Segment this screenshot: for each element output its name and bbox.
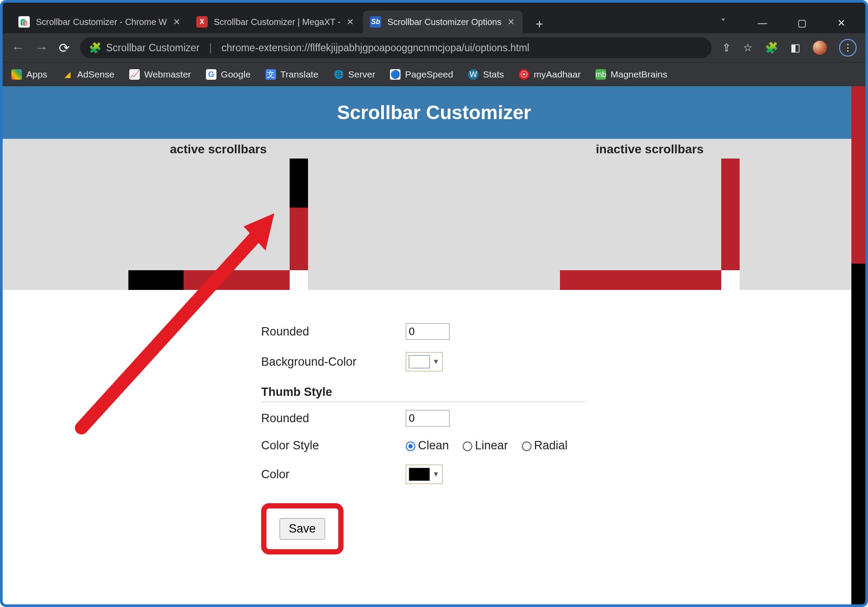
new-tab-button[interactable]: ＋	[530, 14, 549, 33]
horizontal-thumb[interactable]	[128, 270, 184, 290]
bookmark-myaadhaar[interactable]: ⦿myAadhaar	[519, 69, 581, 80]
page-content: Scrollbar Customizer active scrollbars i…	[3, 86, 865, 604]
webmaster-icon: 📈	[129, 69, 140, 80]
window-controls: ˅ ― ▢ ✕	[716, 18, 865, 33]
minimize-icon[interactable]: ―	[756, 18, 769, 29]
bookmark-stats[interactable]: WStats	[468, 69, 504, 80]
settings-form: Rounded Background-Color ▼ Thumb Style R…	[3, 290, 865, 581]
share-icon[interactable]: ⇪	[722, 42, 731, 54]
tab-3-title: Scrollbar Customizer Options	[387, 17, 501, 27]
bookmark-server[interactable]: 🌐Server	[333, 69, 376, 80]
sidepanel-icon[interactable]: ◧	[790, 42, 801, 54]
aadhaar-icon: ⦿	[519, 69, 529, 80]
background-color-picker[interactable]: ▼	[406, 352, 443, 371]
scroll-corner	[290, 270, 308, 290]
radio-clean[interactable]	[406, 441, 415, 451]
close-icon[interactable]: ✕	[507, 17, 515, 27]
background-color-label: Background-Color	[261, 355, 406, 369]
row-partial-top	[261, 294, 865, 317]
section-thumb-style: Thumb Style	[261, 378, 585, 402]
save-annotation-frame: Save	[261, 503, 344, 554]
horizontal-track	[560, 270, 721, 290]
bookmark-apps[interactable]: Apps	[11, 69, 47, 80]
apps-grid-icon	[11, 69, 22, 80]
save-button[interactable]: Save	[280, 518, 325, 540]
wordpress-icon: W	[468, 69, 478, 80]
url-text: chrome-extension://flffekjijpabhjgpoapoo…	[221, 42, 529, 54]
vertical-thumb[interactable]	[290, 159, 308, 208]
tab-1[interactable]: 🛍️ Scrollbar Customizer - Chrome W ✕	[11, 11, 188, 33]
reload-icon[interactable]: ⟳	[59, 40, 70, 56]
caret-down-icon: ▼	[432, 358, 439, 366]
color-style-label: Color Style	[261, 439, 406, 452]
tab-2-title: Scrollbar Customizer | MegaXT -	[214, 17, 340, 27]
rounded-track-label: Rounded	[261, 325, 406, 339]
chevron-down-icon[interactable]: ˅	[716, 18, 730, 29]
tab-2[interactable]: X Scrollbar Customizer | MegaXT - ✕	[189, 11, 362, 33]
bookmark-translate[interactable]: 文Translate	[266, 69, 319, 80]
forward-icon[interactable]: →	[35, 40, 48, 55]
page-scroll-thumb[interactable]	[851, 264, 865, 604]
row-color-style: Color Style Clean Linear Radial	[261, 433, 865, 459]
radio-linear[interactable]	[463, 441, 472, 451]
page-title: Scrollbar Customizer	[3, 86, 865, 139]
rounded-track-input[interactable]	[406, 323, 450, 340]
extension-name: Scrollbar Customizer	[106, 42, 199, 54]
back-icon[interactable]: ←	[11, 40, 25, 55]
rounded-thumb-input[interactable]	[406, 410, 450, 427]
toolbar-right: ⇪ ☆ 🧩 ◧ ⋮	[722, 39, 857, 56]
bookmark-magnetbrains[interactable]: mbMagnetBrains	[595, 69, 667, 80]
preview-inactive-label: inactive scrollbars	[434, 139, 866, 156]
close-window-icon[interactable]: ✕	[835, 18, 848, 29]
preview-inactive: inactive scrollbars	[434, 139, 866, 290]
caret-down-icon: ▼	[432, 470, 439, 478]
color-style-options: Clean Linear Radial	[406, 439, 578, 452]
page-vertical-scrollbar[interactable]	[851, 86, 865, 604]
row-color: Color ▼	[261, 459, 865, 490]
scroll-corner	[721, 270, 740, 290]
tab-1-title: Scrollbar Customizer - Chrome W	[36, 17, 167, 27]
row-rounded-track: Rounded	[261, 317, 865, 346]
bgcolor-swatch	[409, 355, 430, 368]
radio-radial[interactable]	[522, 441, 531, 451]
server-icon: 🌐	[333, 69, 344, 80]
color-swatch	[409, 468, 430, 481]
google-icon: G	[206, 69, 216, 80]
radio-clean-label: Clean	[418, 439, 449, 452]
extensions-icon[interactable]: 🧩	[765, 42, 778, 54]
bookmark-google[interactable]: GGoogle	[206, 69, 251, 80]
pagespeed-icon: 🔵	[390, 69, 400, 80]
toolbar: ← → ⟳ 🧩 Scrollbar Customizer | chrome-ex…	[3, 33, 865, 62]
adsense-icon: ◢	[62, 69, 73, 80]
radio-linear-label: Linear	[475, 439, 508, 452]
thumb-color-picker[interactable]: ▼	[406, 465, 443, 484]
extension-puzzle-icon: 🧩	[89, 42, 102, 54]
row-background-color: Background-Color ▼	[261, 346, 865, 378]
favicon-store-icon: 🛍️	[18, 16, 30, 28]
bookmark-adsense[interactable]: ◢AdSense	[62, 69, 114, 80]
preview-active-label: active scrollbars	[3, 139, 434, 156]
color-label: Color	[261, 468, 406, 481]
bookmarks-bar: Apps ◢AdSense 📈Webmaster GGoogle 文Transl…	[3, 62, 865, 86]
favicon-megaxt-icon: X	[196, 16, 208, 28]
maximize-icon[interactable]: ▢	[795, 18, 808, 29]
translate-icon: 文	[266, 69, 276, 80]
bookmark-pagespeed[interactable]: 🔵PageSpeed	[390, 69, 453, 80]
bookmark-webmaster[interactable]: 📈Webmaster	[129, 69, 191, 80]
vertical-track	[721, 159, 740, 270]
bookmark-star-icon[interactable]: ☆	[743, 42, 753, 54]
scrollbar-preview: active scrollbars inactive scrollbars	[3, 139, 865, 290]
address-bar[interactable]: 🧩 Scrollbar Customizer | chrome-extensio…	[80, 37, 712, 58]
close-icon[interactable]: ✕	[347, 17, 354, 27]
browser-window: 🛍️ Scrollbar Customizer - Chrome W ✕ X S…	[0, 0, 868, 607]
tab-strip: 🛍️ Scrollbar Customizer - Chrome W ✕ X S…	[3, 3, 865, 33]
extension-pill: 🧩 Scrollbar Customizer	[89, 42, 199, 54]
favicon-extension-icon: Sb	[370, 16, 381, 28]
rounded-thumb-label: Rounded	[261, 412, 406, 425]
browser-menu-icon[interactable]: ⋮	[839, 39, 857, 56]
tab-3-active[interactable]: Sb Scrollbar Customizer Options ✕	[363, 11, 523, 33]
profile-avatar[interactable]	[813, 41, 827, 55]
radio-radial-label: Radial	[534, 439, 568, 452]
magnetbrains-icon: mb	[595, 69, 606, 80]
close-icon[interactable]: ✕	[173, 17, 181, 27]
